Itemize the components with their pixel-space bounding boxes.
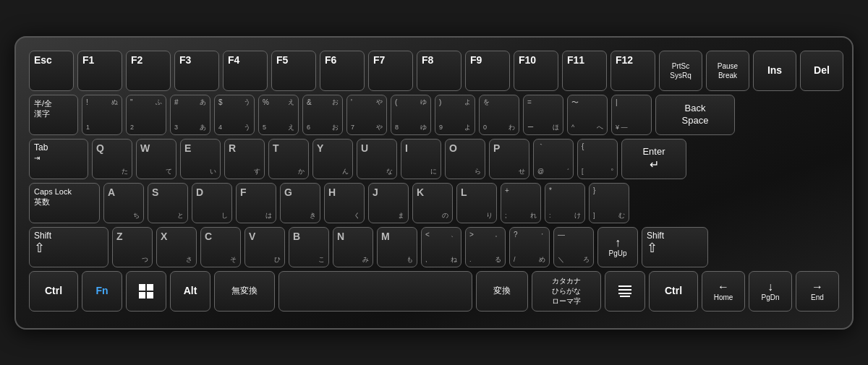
key-l[interactable]: L り [456,183,497,223]
key-pause[interactable]: PauseBreak [706,51,749,91]
key-4[interactable]: $ う 4 う [214,95,255,135]
key-shift-left[interactable]: Shift ⇧ [29,227,109,267]
key-f10[interactable]: F10 [514,51,558,91]
key-bracket-right[interactable]: } ] む [589,183,629,223]
svg-rect-2 [139,292,145,299]
key-8[interactable]: ( ゆ 8 ゆ [391,95,431,135]
key-e[interactable]: E い [180,139,221,179]
key-f2[interactable]: F2 [126,51,171,91]
key-f9[interactable]: F9 [465,51,510,91]
key-o[interactable]: O ら [445,139,485,179]
key-p[interactable]: P せ [489,139,529,179]
key-x[interactable]: X さ [156,227,197,267]
key-yen[interactable]: | ¥ — [611,95,652,135]
svg-rect-0 [139,284,145,291]
key-z[interactable]: Z つ [112,227,153,267]
key-k[interactable]: K の [412,183,453,223]
key-printscreen[interactable]: PrtScSysRq [659,51,702,91]
key-henkan[interactable]: 変換 [476,271,528,312]
key-down[interactable]: ↓ PgDn [749,271,792,312]
key-insert[interactable]: Ins [753,51,796,91]
key-3[interactable]: # あ 3 あ [170,95,210,135]
key-u[interactable]: U な [357,139,397,179]
key-period[interactable]: > 。 . る [465,227,506,267]
bottom-row: Ctrl Fn Alt 無変換 変換 カタカナひらがなローマ字 [29,271,839,312]
key-f12[interactable]: F12 [610,51,655,91]
key-shift-right[interactable]: Shift ⇧ [642,227,708,267]
home-row: Caps Lock英数 A ち S と D し F は G き H く J ま [29,183,839,223]
key-left[interactable]: ← Home [702,271,745,312]
key-fn[interactable]: Fn [82,271,122,312]
key-5[interactable]: % え 5 え [258,95,299,135]
key-w[interactable]: W て [136,139,176,179]
key-j[interactable]: J ま [368,183,409,223]
key-ctrl-right[interactable]: Ctrl [649,271,698,312]
key-plus[interactable]: + ; れ [501,183,541,223]
key-windows[interactable] [126,271,166,312]
key-menu[interactable] [605,271,645,312]
key-alt-left[interactable]: Alt [170,271,210,312]
key-a[interactable]: A ち [103,183,144,223]
key-f6[interactable]: F6 [320,51,365,91]
function-row: Esc F1 F2 F3 F4 F5 F6 F7 F8 F9 F10 [29,51,839,91]
keyboard: Esc F1 F2 F3 F4 F5 F6 F7 F8 F9 F10 [14,36,854,330]
key-g[interactable]: G き [280,183,320,223]
key-f4[interactable]: F4 [223,51,268,91]
key-2[interactable]: " ふ 2 [126,95,166,135]
key-1[interactable]: ! ぬ 1 [82,95,122,135]
key-ctrl-left[interactable]: Ctrl [29,271,78,312]
key-caret[interactable]: 〜 ^ へ [567,95,608,135]
key-minus[interactable]: = ー ほ [523,95,563,135]
key-7[interactable]: ' や 7 や [346,95,387,135]
key-6[interactable]: & お 6 お [302,95,343,135]
key-h[interactable]: H く [324,183,365,223]
key-f3[interactable]: F3 [174,51,219,91]
key-f5[interactable]: F5 [271,51,316,91]
key-y[interactable]: Y ん [312,139,353,179]
key-0[interactable]: を 0 わ [479,95,519,135]
key-backslash[interactable]: — ＼ ろ [553,227,594,267]
key-d[interactable]: D し [192,183,232,223]
svg-rect-4 [618,285,631,287]
key-at[interactable]: ｀ @ ゛ [533,139,574,179]
key-f8[interactable]: F8 [417,51,461,91]
key-f7[interactable]: F7 [368,51,413,91]
key-space[interactable] [278,271,472,312]
key-enter[interactable]: Enter ↵ [621,139,686,179]
key-s[interactable]: S と [148,183,188,223]
key-asterisk[interactable]: * : け [545,183,585,223]
key-f[interactable]: F は [236,183,276,223]
key-q[interactable]: Q た [92,139,132,179]
key-f11[interactable]: F11 [562,51,607,91]
key-bracket-left[interactable]: { [ ° [577,139,618,179]
key-r[interactable]: R す [224,139,265,179]
key-i[interactable]: I に [401,139,441,179]
key-9[interactable]: ) よ 9 よ [435,95,475,135]
key-capslock[interactable]: Caps Lock英数 [29,183,100,223]
svg-rect-6 [618,293,631,294]
key-pgup[interactable]: ↑ PgUp [597,227,638,267]
key-katakana[interactable]: カタカナひらがなローマ字 [532,271,601,312]
key-n[interactable]: N み [333,227,373,267]
key-backspace[interactable]: BackSpace [655,95,735,135]
key-v[interactable]: V ひ [244,227,285,267]
svg-rect-3 [147,292,153,299]
number-row: 半/全漢字 ! ぬ 1 " ふ 2 # あ 3 あ $ う 4 う % え 5 … [29,95,839,135]
svg-rect-1 [147,284,153,291]
svg-rect-5 [618,289,631,291]
key-t[interactable]: T か [268,139,309,179]
svg-rect-7 [620,296,630,297]
key-slash[interactable]: ? ・ / め [509,227,550,267]
key-c[interactable]: C そ [200,227,241,267]
key-f1[interactable]: F1 [77,51,122,91]
key-esc[interactable]: Esc [29,51,74,91]
key-m[interactable]: M も [377,227,417,267]
key-delete[interactable]: Del [800,51,843,91]
key-b[interactable]: B こ [289,227,329,267]
windows-icon [139,284,153,299]
key-right[interactable]: → End [796,271,839,312]
key-hankaku[interactable]: 半/全漢字 [29,95,78,135]
key-comma[interactable]: < 、 , ね [421,227,461,267]
key-muhenkan[interactable]: 無変換 [214,271,275,312]
key-tab[interactable]: Tab ⇥ [29,139,88,179]
